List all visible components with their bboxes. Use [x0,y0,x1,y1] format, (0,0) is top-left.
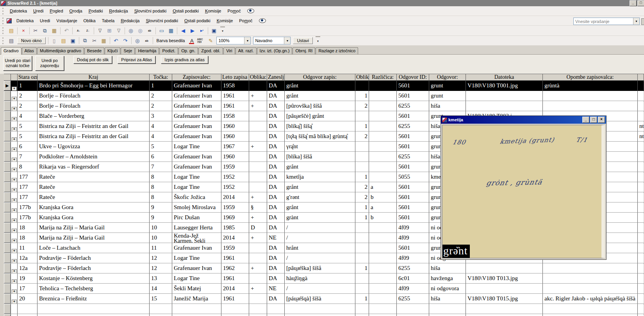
cell-odgovor_zapis[interactable]: grånt [285,91,355,101]
popup-maximize-button[interactable]: □ [590,117,597,123]
cell-odgovor_zapis[interactable]: kmetȋja [285,172,355,182]
cell-oblika2[interactable] [355,243,369,253]
cell-oblika2[interactable]: 1 [355,121,369,131]
save-record-icon[interactable]: ▣ [209,26,219,35]
cell-odgovor_id[interactable]: 6255 [397,294,429,304]
cell-stara[interactable]: 5 [18,121,37,131]
find-next-icon[interactable]: ◎ [136,26,145,35]
cut-icon[interactable]: ✂ [31,26,40,35]
cell-leto[interactable]: 1959 [221,202,249,213]
new-document-icon[interactable]: ▯ [50,36,59,45]
menu-item-komisije[interactable]: Komisije [214,17,236,24]
minimize-button[interactable]: _ [630,0,637,6]
cell-opombe[interactable] [543,284,638,294]
cell-stara[interactable]: 7 [18,152,37,162]
cell-odgovor_id[interactable]: 4f09 [397,284,429,294]
eye-icon[interactable] [259,18,266,23]
cell-razlicica[interactable] [369,162,397,172]
cell-oblika[interactable] [249,182,267,192]
cell-opombe[interactable] [543,263,638,273]
menu-item-pogled[interactable]: Pogled [46,7,66,14]
menu-item-ostali-podatki[interactable]: Ostali podatki [181,17,214,24]
cell-odgovor_zapis[interactable]: / [285,253,355,263]
cell-razlicica[interactable] [369,121,397,131]
record-selector[interactable] [4,243,11,253]
chevron-down-icon[interactable]: ▼ [244,37,250,44]
cell-stara[interactable]: 20 [18,294,37,304]
cell-kraj[interactable]: Teholica – Techelsberg [37,284,150,294]
record-selector[interactable] [4,192,11,202]
cell-zanesljivost[interactable]: DA [267,121,285,131]
cell-stara[interactable]: 12a [18,253,37,263]
tab-gradivo[interactable]: Gradivo [1,47,21,55]
cell-tail[interactable] [638,253,644,263]
cell-zapisovalec[interactable]: Kenda-JežKarmen, Šekli [172,233,221,243]
toolbar-grip[interactable] [2,18,5,24]
cell-zapisovalec[interactable]: Grafenauer Ivan [172,81,221,91]
cell-odgovor_zapis[interactable]: γrą̊nt [285,142,355,152]
cell-tocka[interactable]: 3 [150,111,172,121]
cell-tail[interactable] [638,233,644,243]
menu-item-datoteka[interactable]: Datoteka [13,17,37,24]
column-header-kraj[interactable]: Kraj [37,74,150,81]
record-selector[interactable] [4,304,11,314]
cell-zapisovalec[interactable]: Smolej Miroslava [172,202,221,213]
popup-titlebar[interactable]: kmetija _ □ × [441,116,606,124]
cell-kraj[interactable]: Ukve – Ugovizza [37,142,150,152]
paste-icon[interactable]: ▦ [99,36,109,45]
cell-tail[interactable] [638,294,644,304]
expand-row-button[interactable]: + [12,218,17,223]
cell-tocka[interactable]: 15 [150,294,172,304]
cell-zanesljivost[interactable]: DA [267,131,285,142]
cell-oblika2[interactable] [355,142,369,152]
column-header-odgovor-zapis[interactable]: Odgovor zapis: [285,74,355,81]
cell-oblika2[interactable]: 2 [355,131,369,142]
cell-kraj[interactable]: Bistrica na Zilji – Feistritz an der Gai… [37,131,150,142]
cell-zapisovalec[interactable]: Janežič Marija [172,294,221,304]
cell-opombe[interactable] [543,101,638,111]
cell-oblika2[interactable]: 2 [355,101,369,111]
menu-item-uredi[interactable]: Uredi [37,17,53,24]
uredi-po-stari-oznaki-to-ke-button[interactable]: Uredi po stari oznaki točke [3,56,32,71]
column-header-odgovor-id[interactable]: Odgovor ID: [397,74,429,81]
cell-odgovor_id[interactable]: 5601 [397,192,429,202]
tab-klju-i[interactable]: Ključi [105,47,120,54]
cell-leto[interactable]: 2014 [221,233,249,243]
cell-kraj[interactable]: Podravlje – Föderlach [37,253,150,263]
cell-tocka[interactable]: 2 [150,101,172,111]
cell-stara[interactable]: 17 [18,284,37,294]
copy-icon[interactable]: ⧉ [40,26,50,35]
cell-leto[interactable]: 1967 [221,142,249,152]
cell-razlicica[interactable] [369,101,397,111]
menu-item-slovni-ni-podatki[interactable]: Slovnični podatki [131,7,170,14]
cell-tail[interactable] [638,81,644,91]
cell-zapisovalec[interactable]: Logar Tine [172,142,221,152]
toolbar-grip[interactable] [2,37,5,44]
cell-odgovor_id[interactable]: 4f09 [397,253,429,263]
cell-odgovor_id[interactable]: 6255 [397,121,429,131]
cell-zanesljivost[interactable]: DA [267,253,285,263]
cell-leto[interactable]: 2014 [221,192,249,202]
cell-zanesljivost[interactable]: DA [267,101,285,111]
cell-leto[interactable]: 1969 [221,213,249,223]
cell-leto[interactable]: 1959 [221,162,249,172]
cell-stara[interactable]: 12a [18,263,37,273]
cell-stara[interactable]: 11 [18,243,37,253]
toolbar-options-icon[interactable]: ▾ [220,27,225,35]
record-selector[interactable] [4,233,11,243]
cell-tocka[interactable]: 11 [150,243,172,253]
column-header-blank[interactable] [4,74,11,81]
cell-zapisovalec[interactable]: Logar Tine [172,172,221,182]
cell-leto[interactable]: 1961 [221,101,249,111]
cell-opombe[interactable]: akc. Rigler Jakob - u̯əlqà páu̯əŕšqà šíš… [543,294,638,304]
cell-oblika2[interactable]: 1 [355,202,369,213]
column-header-stara-oznaka[interactable]: Stara oznaka [18,74,37,81]
next-record-icon[interactable]: ▶ [188,26,197,35]
column-header-to-ka[interactable]: Točka: [150,74,172,81]
cell-tail[interactable] [638,172,644,182]
record-selector[interactable] [4,131,11,142]
cell-kraj[interactable]: Rateče [37,172,150,182]
menu-item-uredi[interactable]: Uredi [30,7,46,14]
cell-oblika2[interactable] [355,273,369,284]
cell-datoteka[interactable] [466,263,543,273]
